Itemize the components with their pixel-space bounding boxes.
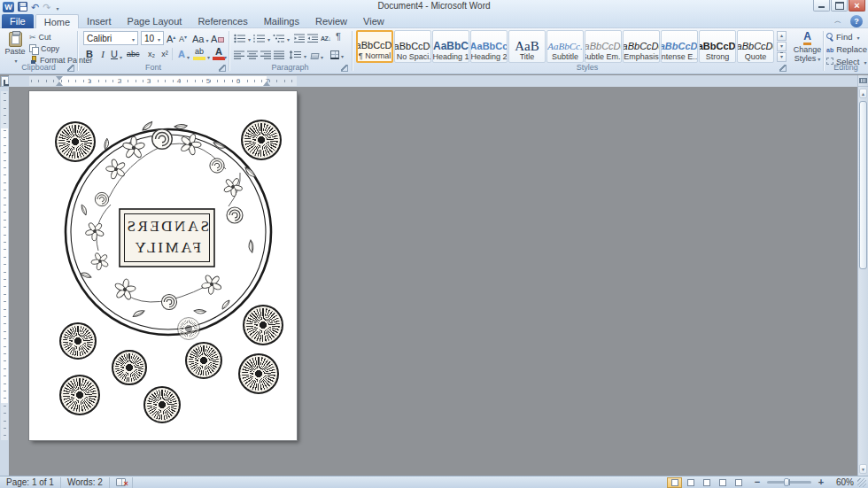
paragraph-dialog-launcher[interactable] <box>341 65 348 72</box>
tab-file[interactable]: File <box>2 14 34 28</box>
underline-dropdown-arrow-icon[interactable] <box>118 50 122 61</box>
scrollbar-thumb[interactable] <box>859 101 867 269</box>
shading-button[interactable] <box>311 50 323 62</box>
bold-button[interactable]: B <box>83 47 96 61</box>
change-case-button[interactable]: Aa <box>192 33 208 44</box>
style-subtle-emphasis[interactable]: AaBbCcDdISubtle Em... <box>585 30 622 63</box>
highlight-button[interactable]: ab <box>193 47 205 60</box>
ruler-toggle-button[interactable] <box>858 75 868 87</box>
view-print-layout-button[interactable] <box>667 477 682 488</box>
tab-mailings[interactable]: Mailings <box>256 14 307 28</box>
bullets-button[interactable] <box>234 32 251 44</box>
clipboard-dialog-launcher[interactable] <box>67 65 74 72</box>
align-left-button[interactable] <box>234 49 245 61</box>
style-subtitle[interactable]: AaBbCc.Subtitle <box>546 30 584 63</box>
zoom-slider-thumb[interactable] <box>784 478 789 486</box>
scroll-up-button[interactable] <box>859 89 867 98</box>
word-count[interactable]: Words: 2 <box>61 477 110 488</box>
style-emphasis[interactable]: AaBbCcDdIEmphasis <box>623 30 660 63</box>
chevron-down-icon[interactable] <box>130 34 135 43</box>
subscript-button[interactable]: x₂ <box>145 47 158 61</box>
style-normal[interactable]: AaBbCcDdI¶ Normal <box>356 30 393 63</box>
scroll-down-button[interactable] <box>859 464 867 474</box>
style-strong[interactable]: AaBbCcDdIStrong <box>699 30 736 63</box>
justify-button[interactable] <box>274 49 285 61</box>
zoom-level[interactable]: 60% <box>827 477 854 487</box>
font-dialog-launcher[interactable] <box>219 65 226 72</box>
find-button[interactable]: Find <box>826 31 860 42</box>
multilevel-list-button[interactable] <box>273 32 290 44</box>
style-intense-emphasis[interactable]: AaBbCcDdIIntense E... <box>661 30 698 63</box>
view-full-screen-button[interactable] <box>683 477 698 488</box>
view-outline-button[interactable] <box>715 477 730 488</box>
shrink-font-button[interactable]: A <box>179 33 187 44</box>
font-color-dropdown-arrow-icon[interactable] <box>222 50 227 61</box>
tab-stop-selector[interactable] <box>1 76 9 87</box>
document-area[interactable]: SANDERS FAMILY <box>9 87 857 476</box>
vertical-scrollbar[interactable] <box>857 75 868 476</box>
numbering-button[interactable] <box>253 32 270 44</box>
style-title[interactable]: AaBTitle <box>508 30 546 63</box>
zoom-slider[interactable] <box>767 481 811 484</box>
word-logo-icon[interactable] <box>3 2 14 12</box>
align-right-button[interactable] <box>260 49 272 61</box>
align-center-button[interactable] <box>247 49 259 61</box>
font-family-select[interactable]: Calibri <box>83 31 138 45</box>
strikethrough-button[interactable]: abc <box>127 47 140 61</box>
tab-insert[interactable]: Insert <box>79 14 120 28</box>
right-indent-marker[interactable] <box>263 81 270 86</box>
ribbon: Paste Cut Copy Format Painter Clipboard … <box>0 28 868 74</box>
highlight-dropdown-arrow-icon[interactable] <box>205 50 210 61</box>
chevron-down-icon[interactable] <box>156 34 160 43</box>
minimize-button[interactable] <box>813 0 830 12</box>
zoom-out-button[interactable] <box>751 477 763 488</box>
tab-review[interactable]: Review <box>307 14 355 28</box>
customize-qat-button[interactable] <box>54 2 58 12</box>
grow-font-button[interactable]: A <box>167 33 175 44</box>
redo-button[interactable] <box>43 2 50 12</box>
undo-button[interactable] <box>31 2 39 12</box>
tab-view[interactable]: View <box>355 14 392 28</box>
view-draft-button[interactable] <box>731 477 746 488</box>
save-icon[interactable] <box>18 2 27 12</box>
text-effects-dropdown-arrow-icon[interactable] <box>185 50 190 61</box>
increase-indent-button[interactable] <box>307 32 319 44</box>
tab-home[interactable]: Home <box>35 14 79 28</box>
tab-page-layout[interactable]: Page Layout <box>120 14 190 28</box>
show-formatting-marks-button[interactable] <box>336 30 341 43</box>
sort-button[interactable] <box>321 32 330 44</box>
superscript-button[interactable]: x² <box>159 47 171 61</box>
style-no-spacing[interactable]: AaBbCcDdI¶ No Spaci... <box>394 30 431 63</box>
tab-references[interactable]: References <box>190 14 255 28</box>
clear-formatting-button[interactable]: A <box>211 33 224 44</box>
italic-button[interactable]: I <box>97 47 109 61</box>
styles-more-button[interactable] <box>777 52 787 62</box>
font-size-select[interactable]: 10 <box>141 31 164 45</box>
style-quote[interactable]: AaBbCcDdIQuote <box>737 30 774 63</box>
style-heading-1[interactable]: AaBbCHeading 1 <box>432 30 469 63</box>
styles-dialog-launcher[interactable] <box>779 65 787 72</box>
first-line-indent-marker[interactable] <box>56 76 63 81</box>
replace-button[interactable]: Replace <box>826 43 867 54</box>
document-page[interactable]: SANDERS FAMILY <box>29 91 297 440</box>
resize-grip[interactable] <box>857 478 866 487</box>
minimize-ribbon-button[interactable] <box>832 16 844 27</box>
vertical-ruler[interactable] <box>0 87 9 476</box>
line-spacing-button[interactable] <box>290 49 306 61</box>
styles-scroll-up-button[interactable] <box>777 31 787 41</box>
close-button[interactable] <box>849 0 865 12</box>
page-indicator[interactable]: Page: 1 of 1 <box>0 477 61 488</box>
hanging-indent-marker[interactable] <box>56 81 63 86</box>
style-heading-2[interactable]: AaBbCcHeading 2 <box>470 30 508 63</box>
styles-scroll-down-button[interactable] <box>777 42 787 51</box>
proofing-status[interactable] <box>110 477 133 488</box>
decrease-indent-button[interactable] <box>294 32 306 44</box>
zoom-in-button[interactable] <box>815 477 827 488</box>
maximize-button[interactable] <box>831 0 848 12</box>
window-title: Document4 - Microsoft Word <box>89 1 779 11</box>
ribbon-tabs: File Home Insert Page Layout References … <box>2 13 392 28</box>
view-web-layout-button[interactable] <box>699 477 714 488</box>
borders-button[interactable] <box>330 49 344 61</box>
help-icon[interactable] <box>850 15 863 27</box>
horizontal-ruler[interactable]: 1 2 3 4 5 6 7 <box>9 75 857 87</box>
